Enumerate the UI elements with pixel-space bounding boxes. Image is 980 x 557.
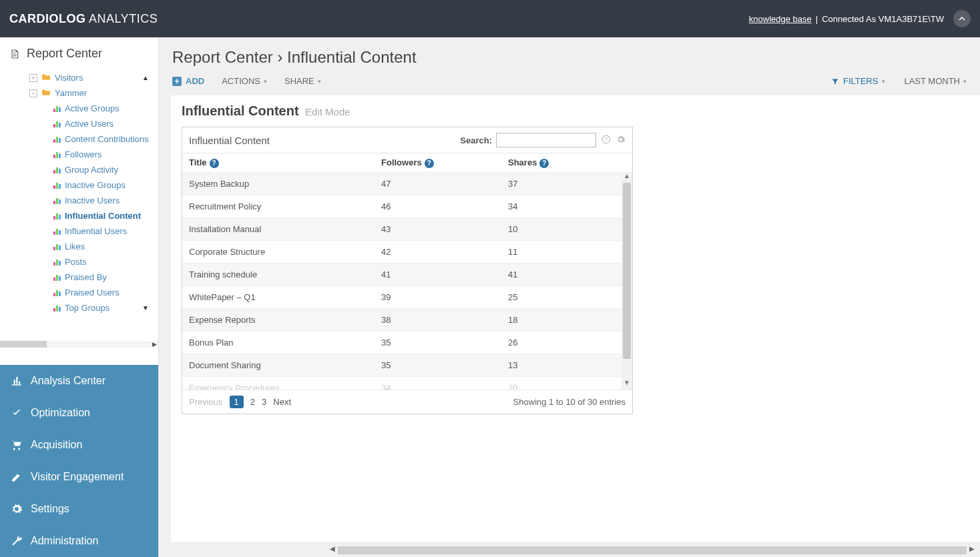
filters-menu[interactable]: FILTERS ▾	[831, 76, 886, 86]
scroll-up-icon[interactable]: ▲	[622, 172, 632, 183]
table-row[interactable]: System Backup4737	[182, 172, 622, 195]
table-row[interactable]: Corporate Structure4211	[182, 240, 622, 263]
gear-icon[interactable]	[616, 135, 626, 146]
mini-chart-icon	[53, 136, 61, 143]
table-row[interactable]: Installation Manual4310	[182, 217, 622, 240]
widget-search: Search:	[460, 133, 596, 147]
tree-visitors[interactable]: + Visitors ▲	[4, 70, 154, 85]
table-row[interactable]: Expense Reports3818	[182, 308, 622, 331]
tree-report-item[interactable]: Likes	[4, 239, 154, 254]
table-row[interactable]: Recruitment Policy4634	[182, 195, 622, 217]
help-icon[interactable]: ?	[601, 135, 611, 146]
mini-chart-icon	[53, 228, 61, 235]
plus-icon: +	[172, 77, 182, 86]
tree-report-item[interactable]: Active Users	[4, 116, 154, 131]
help-icon[interactable]: ?	[539, 159, 549, 168]
column-shares[interactable]: Shares?	[508, 157, 626, 168]
tree-report-item[interactable]: Inactive Users	[4, 193, 154, 208]
cell-shares: 37	[508, 179, 615, 189]
nav-acquisition[interactable]: Acquisition	[0, 429, 158, 461]
page-title: Influential Content Edit Mode	[182, 103, 969, 119]
tree-report-item[interactable]: Content Contributions	[4, 131, 154, 147]
tree-report-item[interactable]: Group Activity	[4, 162, 154, 177]
tree-yammer[interactable]: – Yammer	[4, 85, 154, 101]
cell-title: Recruitment Policy	[189, 201, 381, 211]
nav-label: Administration	[31, 535, 98, 547]
cell-followers: 41	[381, 269, 508, 280]
search-input[interactable]	[496, 133, 596, 147]
share-menu[interactable]: SHARE ▾	[284, 76, 321, 86]
tree-report-item[interactable]: Active Groups	[4, 101, 154, 116]
cell-followers: 42	[381, 247, 508, 257]
content-area: Influential Content Edit Mode Influentia…	[171, 95, 980, 542]
expand-icon[interactable]: +	[29, 74, 37, 82]
sidebar-header[interactable]: Report Center	[0, 37, 158, 70]
help-icon[interactable]: ?	[425, 159, 434, 168]
nav-settings[interactable]: Settings	[0, 493, 158, 525]
nav-label: Optimization	[31, 407, 90, 419]
brand-light: ANALYTICS	[86, 12, 158, 25]
cell-followers: 43	[381, 224, 508, 234]
topbar-separator: |	[816, 14, 818, 24]
cell-shares: 34	[508, 201, 615, 211]
tree-horizontal-scrollbar[interactable]: ▶	[0, 341, 158, 348]
chevron-down-icon: ▾	[318, 78, 321, 85]
table-row[interactable]: Bonus Plan3526	[182, 331, 622, 354]
table-vertical-scrollbar[interactable]: ▲ ▼	[622, 172, 632, 390]
scrollbar-track[interactable]	[622, 183, 632, 379]
column-followers[interactable]: Followers?	[381, 157, 508, 168]
tree-report-item[interactable]: Inactive Groups	[4, 177, 154, 193]
column-title[interactable]: Title?	[189, 157, 381, 168]
up-arrow-icon[interactable]: ▲	[142, 74, 152, 81]
tree-report-item[interactable]: Posts	[4, 254, 154, 269]
scroll-down-icon[interactable]: ▼	[622, 379, 632, 390]
collapse-icon[interactable]: –	[29, 89, 37, 97]
cell-title: Expense Reports	[189, 315, 381, 325]
tree-item-label: Inactive Users	[65, 195, 119, 205]
actions-menu[interactable]: ACTIONS ▾	[222, 76, 267, 86]
knowledge-base-link[interactable]: knowledge base	[749, 14, 812, 24]
brand-bold: CARDIOLOG	[9, 12, 86, 25]
tree-report-item[interactable]: Top Groups▼	[4, 300, 154, 316]
tree-item-label: Inactive Groups	[65, 180, 126, 190]
nav-optimization[interactable]: Optimization	[0, 397, 158, 429]
edit-mode-label[interactable]: Edit Mode	[305, 106, 350, 117]
nav-administration[interactable]: Administration	[0, 525, 158, 557]
cell-followers: 38	[381, 315, 508, 325]
table-row[interactable]: Training schedule4141	[182, 263, 622, 286]
wrench-icon	[11, 535, 23, 547]
pager-page-1[interactable]: 1	[230, 396, 244, 408]
down-arrow-icon[interactable]: ▼	[142, 304, 152, 312]
tree-report-item[interactable]: Praised By	[4, 269, 154, 285]
collapse-up-button[interactable]	[953, 10, 971, 27]
cell-followers: 46	[381, 201, 508, 211]
scrollbar-thumb[interactable]	[0, 341, 47, 348]
pager-previous[interactable]: Previous	[189, 397, 223, 407]
breadcrumb-parent[interactable]: Report Center	[172, 48, 273, 66]
widget-header: Influential Content Search: ?	[182, 127, 632, 153]
tree-item-label: Praised Users	[65, 288, 119, 298]
pager-info: Showing 1 to 10 of 30 entries	[513, 397, 626, 407]
scrollbar-thumb[interactable]	[338, 546, 967, 554]
scroll-right-icon[interactable]: ▶	[967, 545, 977, 556]
pager-next[interactable]: Next	[273, 397, 291, 407]
table-row[interactable]: WhitePaper – Q13925	[182, 286, 622, 308]
pager-page-3[interactable]: 3	[262, 397, 266, 407]
scroll-left-icon[interactable]: ◀	[327, 545, 338, 556]
tree-report-item[interactable]: Influential Users	[4, 223, 154, 239]
pager-page-2[interactable]: 2	[250, 397, 255, 407]
bar-chart-icon	[11, 375, 23, 387]
add-button[interactable]: + ADD	[172, 76, 204, 86]
nav-analysis-center[interactable]: Analysis Center	[0, 365, 158, 397]
scroll-right-icon[interactable]: ▶	[150, 341, 158, 348]
main-horizontal-scrollbar[interactable]: ◀ ▶	[327, 545, 977, 556]
tree-item-label: Influential Users	[65, 226, 127, 236]
timerange-menu[interactable]: LAST MONTH ▾	[904, 76, 967, 86]
tree-report-item[interactable]: Followers	[4, 147, 154, 162]
tree-report-item[interactable]: Influential Content	[4, 208, 154, 223]
tree-report-item[interactable]: Praised Users	[4, 285, 154, 300]
scrollbar-thumb[interactable]	[623, 183, 631, 360]
help-icon[interactable]: ?	[210, 159, 219, 168]
table-row[interactable]: Document Sharing3513	[182, 354, 622, 376]
nav-visitor-engagement[interactable]: Visitor Engagement	[0, 461, 158, 493]
